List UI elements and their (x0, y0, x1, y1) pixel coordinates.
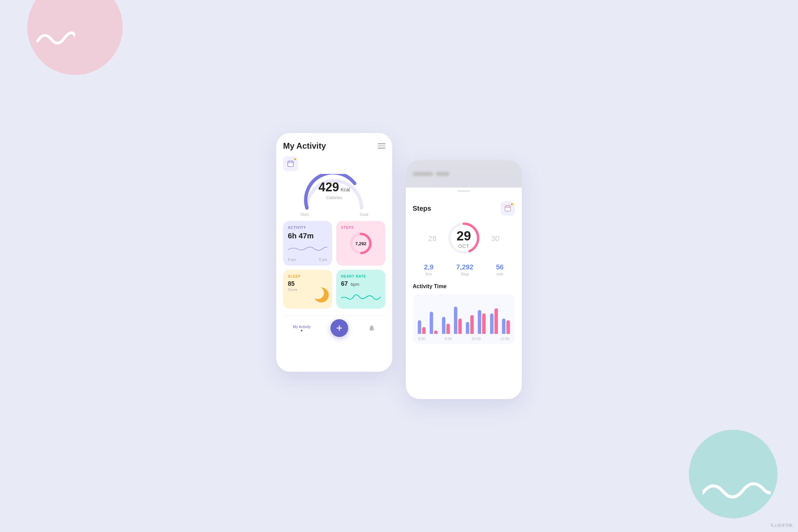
fab-add-button[interactable] (330, 319, 348, 337)
calorie-number: 429 (319, 180, 339, 194)
calorie-arc: 429 Kcal Calories (300, 174, 368, 211)
date-number: 29 (457, 229, 471, 243)
activity-chart-svg (288, 243, 327, 253)
bar-blue-6 (490, 313, 493, 334)
date-next: 30 (491, 234, 499, 243)
activity-value: 6h 47m (288, 232, 327, 240)
bar-pink-7 (506, 320, 510, 334)
date-prev: 28 (428, 234, 437, 243)
calendar-button[interactable] (283, 156, 298, 171)
date-center: 29 OCT (447, 221, 481, 256)
activity-card[interactable]: ACTIVITY 6h 47m 8 am 6 pm (283, 221, 332, 266)
calorie-display: 429 Kcal (319, 180, 350, 194)
nav-active-dot (301, 330, 302, 331)
bar-group-1 (429, 312, 439, 334)
bar-x-label-0: 6:00 (418, 337, 425, 341)
bar-blue-7 (502, 319, 505, 334)
bar-blue-4 (466, 322, 469, 334)
bar-group-3 (453, 307, 463, 334)
heart-chart (341, 290, 381, 305)
squiggle-bottom-right-icon (703, 476, 771, 505)
date-month: OCT (457, 243, 471, 249)
activity-chart (288, 243, 327, 255)
bar-pink-0 (422, 327, 426, 334)
bar-blue-2 (442, 317, 445, 334)
phone-2: Steps 28 (406, 160, 522, 399)
bar-blue-3 (454, 307, 457, 334)
calorie-label: Calories (319, 195, 350, 200)
bar-group-0 (417, 320, 427, 334)
steps-label: STEPS (341, 226, 381, 230)
steps-circle-wrapper: 7,292 (341, 232, 381, 255)
bell-icon (368, 324, 375, 332)
bar-x-label-1: 8:00 (445, 337, 452, 341)
calendar-icon-svg (287, 160, 294, 167)
calorie-section: 429 Kcal Calories Start Goal (283, 174, 385, 217)
stat-step-value: 7,292 (456, 263, 473, 271)
stat-km-value: 2,9 (424, 263, 433, 271)
phone-2-body: Steps 28 (406, 194, 522, 352)
svg-rect-0 (288, 161, 294, 167)
bar-group-4 (465, 315, 475, 334)
bar-pink-4 (470, 315, 474, 334)
bar-group-6 (489, 308, 499, 334)
nav-activity[interactable]: My Activity (293, 325, 311, 331)
watermark: 马上收录导航 (770, 523, 793, 528)
phones-container: My Activity (276, 133, 522, 399)
nav-bell[interactable] (368, 324, 375, 332)
bar-chart-container: 6:00 8:00 10:00 12:00 (413, 294, 515, 344)
activity-time-end: 6 pm (319, 257, 327, 262)
calorie-labels-row: Start Goal (300, 212, 368, 217)
hamburger-line-3 (378, 148, 385, 149)
hamburger-icon[interactable] (378, 143, 385, 149)
heart-label: HEART RATE (341, 275, 381, 278)
svg-point-7 (312, 287, 324, 299)
bar-pink-1 (434, 330, 438, 334)
bar-blue-1 (430, 312, 433, 334)
hamburger-line-1 (378, 143, 385, 144)
bar-pink-2 (446, 324, 450, 334)
heart-rate-card[interactable]: HEART RATE 67 bpm (336, 270, 385, 309)
blur-dot-1 (413, 172, 433, 176)
bar-pink-3 (458, 319, 462, 334)
heart-value: 67 (341, 280, 348, 287)
phone-1: My Activity (276, 133, 392, 372)
plus-icon (335, 324, 343, 332)
phone-1-header: My Activity (283, 141, 385, 151)
phone2-calendar-icon-svg (504, 205, 512, 212)
bar-group-2 (441, 317, 451, 334)
stat-step: 7,292 Step (456, 263, 473, 277)
bar-group-5 (477, 310, 487, 334)
bar-x-labels: 6:00 8:00 10:00 12:00 (417, 337, 511, 341)
date-center-text: 29 OCT (457, 229, 471, 249)
bottom-nav: My Activity (283, 315, 385, 339)
phone2-calendar-button[interactable] (501, 201, 515, 216)
steps-stats-row: 2,9 Km 7,292 Step 56 min (413, 263, 515, 277)
stat-km: 2,9 Km (424, 263, 433, 277)
stat-step-label: Step (456, 272, 473, 277)
phone-2-blur-top (406, 160, 522, 188)
calendar-icon-wrapper (283, 156, 385, 171)
moon-icon (311, 286, 329, 305)
steps-donut-value: 7,292 (355, 241, 367, 246)
bg-circle-teal (689, 430, 778, 518)
bar-chart (417, 300, 511, 334)
nav-activity-label: My Activity (293, 325, 311, 329)
sleep-label: SLEEP (288, 275, 327, 278)
bar-x-label-2: 10:00 (471, 337, 481, 341)
phone2-calendar-badge (511, 203, 513, 206)
squiggle-top-left-icon (34, 27, 75, 49)
heart-value-row: 67 bpm (341, 280, 381, 287)
bar-blue-0 (418, 320, 421, 334)
calorie-text: 429 Kcal Calories (319, 180, 350, 200)
sleep-card[interactable]: SLEEP 85 Score (283, 270, 332, 309)
phone-2-header: Steps (413, 201, 515, 216)
heart-unit: bpm (351, 282, 359, 287)
steps-card[interactable]: STEPS 7,292 (336, 221, 385, 266)
pull-bar (458, 190, 470, 192)
stat-min-label: min (496, 272, 503, 277)
blur-dot-2 (436, 172, 449, 176)
steps-donut-svg: 7,292 (349, 232, 373, 255)
heart-chart-svg (341, 290, 381, 303)
bar-pink-5 (482, 313, 486, 334)
